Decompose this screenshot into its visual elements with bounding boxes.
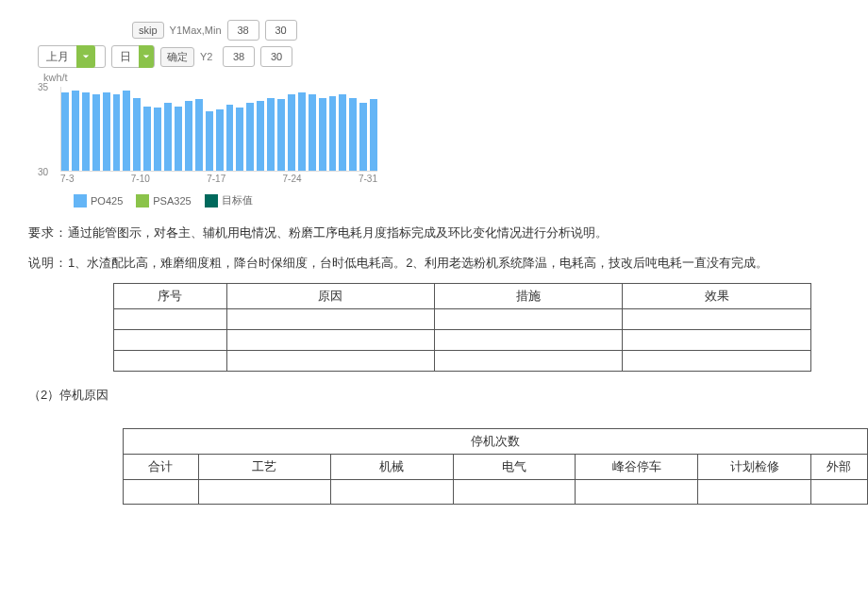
th-total: 合计	[124, 455, 199, 480]
chevron-down-icon	[76, 45, 95, 68]
th-ext: 外部	[810, 455, 867, 480]
legend-label: PO425	[91, 195, 123, 207]
th-reason: 原因	[226, 284, 434, 309]
explain-line: 说明：1、水渣配比高，难磨细度粗，降台时保细度，台时低电耗高。2、利用老选粉机系…	[28, 253, 840, 274]
y1-max-input[interactable]	[227, 20, 259, 41]
bar	[319, 98, 326, 171]
shutdown-table: 停机次数 合计 工艺 机械 电气 峰谷停车 计划检修 外部	[123, 428, 868, 505]
x-axis: 7-3 7-10 7-17 7-24 7-31	[60, 174, 377, 184]
chart-legend: PO425 PSA325 目标值	[74, 193, 396, 207]
req-label: 要求：	[28, 225, 68, 240]
bar	[309, 94, 316, 171]
month-select-value: 上月	[39, 49, 76, 65]
bar	[288, 94, 295, 171]
exp-body: 1、水渣配比高，难磨细度粗，降台时保细度，台时低电耗高。2、利用老选粉机系统降温…	[68, 256, 768, 270]
bar	[329, 96, 337, 171]
th-title: 停机次数	[124, 429, 868, 455]
bar	[72, 91, 79, 171]
table-row	[114, 330, 811, 351]
th-elec: 电气	[453, 455, 576, 480]
x-tick: 7-17	[207, 174, 225, 184]
bars-container	[60, 87, 377, 172]
y-tick: 35	[38, 82, 48, 92]
table-row: 合计 工艺 机械 电气 峰谷停车 计划检修 外部	[124, 455, 868, 480]
bar	[226, 105, 234, 171]
th-effect: 效果	[623, 284, 811, 309]
bar	[154, 108, 161, 171]
x-tick: 7-31	[359, 174, 377, 184]
requirement-block: 要求：通过能管图示，对各主、辅机用电情况、粉磨工序电耗月度指标完成及环比变化情况…	[28, 223, 840, 372]
section-2: （2）停机原因 停机次数 合计 工艺 机械 电气 峰谷停车 计划检修 外部	[28, 387, 868, 505]
bar	[195, 99, 203, 171]
requirement-line: 要求：通过能管图示，对各主、辅机用电情况、粉磨工序电耗月度指标完成及环比变化情况…	[28, 223, 840, 243]
bar	[216, 109, 224, 171]
bar	[61, 92, 69, 171]
y-tick: 30	[38, 167, 48, 177]
bar	[236, 108, 243, 171]
req-body: 通过能管图示，对各主、辅机用电情况、粉磨工序电耗月度指标完成及环比变化情况进行分…	[68, 225, 608, 240]
section-2-title: （2）停机原因	[28, 388, 108, 402]
y1-min-input[interactable]	[265, 20, 297, 41]
bar	[113, 94, 121, 171]
exp-label: 说明：	[28, 256, 68, 270]
bar	[349, 98, 357, 171]
bar	[82, 92, 90, 171]
th-peak: 峰谷停车	[576, 455, 698, 480]
th-seq: 序号	[114, 284, 227, 309]
chart-unit: kwh/t	[43, 72, 396, 83]
legend-swatch	[136, 194, 149, 207]
x-tick: 7-3	[60, 174, 74, 184]
bar	[246, 103, 254, 171]
bar	[185, 101, 192, 171]
bar	[257, 101, 264, 171]
bar	[206, 111, 213, 171]
month-select[interactable]: 上月	[38, 45, 106, 68]
th-measure: 措施	[434, 284, 623, 309]
bar	[133, 98, 141, 171]
bar	[339, 94, 346, 171]
legend-item: PO425	[74, 194, 123, 207]
bar	[175, 107, 182, 171]
chart-control-panel: skip Y1Max,Min 上月 日 确定 Y2 kwh/t 35 30 7-…	[38, 19, 396, 207]
bar	[143, 107, 151, 171]
bar	[359, 103, 367, 171]
legend-item: 目标值	[205, 193, 253, 207]
bar	[298, 92, 306, 171]
table-row: 序号 原因 措施 效果	[114, 284, 811, 309]
y2-max-input[interactable]	[223, 46, 255, 67]
bar	[277, 99, 285, 171]
legend-label: 目标值	[222, 193, 253, 207]
bar	[92, 94, 100, 171]
bar	[267, 98, 275, 171]
table-row	[124, 480, 868, 505]
y1-label: Y1Max,Min	[170, 25, 222, 36]
x-tick: 7-24	[283, 174, 302, 184]
confirm-button[interactable]: 确定	[160, 47, 194, 67]
x-tick: 7-10	[131, 174, 150, 184]
table-row	[114, 309, 811, 330]
day-select[interactable]: 日	[111, 45, 155, 68]
legend-swatch	[74, 194, 87, 207]
legend-item: PSA325	[136, 194, 191, 207]
table-row	[114, 351, 811, 372]
bar	[123, 91, 130, 171]
table-row: 停机次数	[124, 429, 868, 455]
th-plan: 计划检修	[698, 455, 811, 480]
skip-button[interactable]: skip	[132, 22, 164, 39]
bar	[103, 92, 110, 171]
y2-label: Y2	[200, 51, 217, 62]
bar-chart: 35 30 7-3 7-10 7-17 7-24 7-31	[38, 87, 377, 186]
legend-label: PSA325	[153, 195, 191, 207]
ctrl-row-1: skip Y1Max,Min	[132, 19, 396, 41]
cause-table: 序号 原因 措施 效果	[113, 283, 811, 372]
day-select-value: 日	[112, 49, 139, 65]
th-process: 工艺	[198, 455, 330, 480]
chevron-down-icon	[139, 45, 154, 68]
th-mech: 机械	[330, 455, 453, 480]
bar	[370, 99, 377, 171]
legend-swatch	[205, 194, 218, 207]
y2-min-input[interactable]	[260, 46, 292, 67]
ctrl-row-2: 上月 日 确定 Y2	[38, 45, 396, 68]
bar	[164, 103, 172, 171]
